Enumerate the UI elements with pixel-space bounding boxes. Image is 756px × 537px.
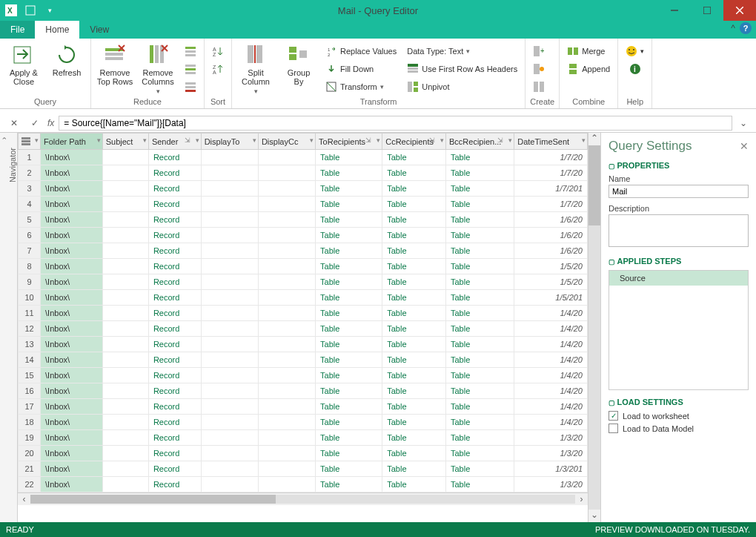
cell-ccrecipients[interactable]: Table <box>382 321 446 337</box>
navigator-pane[interactable]: › Navigator <box>0 133 18 522</box>
cell-displaycc[interactable] <box>258 337 315 352</box>
cell-subject[interactable] <box>102 415 148 430</box>
applied-steps-list[interactable]: Source <box>609 270 749 390</box>
table-row[interactable]: 3\Inbox\RecordTableTableTable1/7/201 <box>19 181 588 197</box>
cell-bccrecipients[interactable]: Table <box>446 352 514 368</box>
remove-top-rows-button[interactable]: RemoveTop Rows <box>96 40 134 86</box>
cell-ccrecipients[interactable]: Table <box>382 352 446 368</box>
cell-folder[interactable]: \Inbox\ <box>41 259 103 274</box>
cell-date[interactable]: 1/3/201 <box>514 461 588 477</box>
cell-subject[interactable] <box>102 399 148 415</box>
data-type-button[interactable]: Data Type: Text <box>404 43 520 59</box>
cell-displayto[interactable] <box>201 337 258 352</box>
cell-torecipients[interactable]: Table <box>316 399 382 415</box>
cell-folder[interactable]: \Inbox\ <box>41 368 103 383</box>
table-row[interactable]: 5\Inbox\RecordTableTableTable1/6/20 <box>19 212 588 228</box>
formula-input[interactable] <box>59 116 732 131</box>
col-ccrecipients[interactable]: CcRecipients⇲▾ <box>382 134 446 150</box>
collapse-ribbon-icon[interactable]: ^ <box>731 23 735 33</box>
cell-ccrecipients[interactable]: Table <box>382 212 446 228</box>
cell-ccrecipients[interactable]: Table <box>382 446 446 461</box>
table-row[interactable]: 12\Inbox\RecordTableTableTable1/4/20 <box>19 321 588 337</box>
scroll-right-icon[interactable]: › <box>575 494 588 504</box>
settings-close-icon[interactable]: ✕ <box>740 140 749 152</box>
table-row[interactable]: 4\Inbox\RecordTableTableTable1/7/20 <box>19 197 588 212</box>
cell-displayto[interactable] <box>201 243 258 259</box>
cell-displayto[interactable] <box>201 306 258 321</box>
cell-displayto[interactable] <box>201 399 258 415</box>
cell-sender[interactable]: Record <box>148 383 201 399</box>
horizontal-scrollbar[interactable]: ‹ › <box>18 492 588 505</box>
cell-sender[interactable]: Record <box>148 243 201 259</box>
minimize-button[interactable] <box>658 0 691 21</box>
qat-save-icon[interactable] <box>22 3 39 18</box>
step-source[interactable]: Source <box>609 271 748 286</box>
name-input[interactable] <box>609 185 749 198</box>
cell-ccrecipients[interactable]: Table <box>382 415 446 430</box>
cell-folder[interactable]: \Inbox\ <box>41 430 103 446</box>
maximize-button[interactable] <box>691 0 723 21</box>
cell-subject[interactable] <box>102 337 148 352</box>
col-datetimesent[interactable]: DateTimeSent▾ <box>514 134 588 150</box>
cell-bccrecipients[interactable]: Table <box>446 165 514 181</box>
row-corner[interactable]: ▾ <box>19 134 41 150</box>
unpivot-button[interactable]: Unpivot <box>404 79 520 95</box>
cell-torecipients[interactable]: Table <box>316 243 382 259</box>
cell-displayto[interactable] <box>201 368 258 383</box>
cell-date[interactable]: 1/4/20 <box>514 306 588 321</box>
sort-desc-button[interactable]: ZA <box>209 61 227 77</box>
cell-folder[interactable]: \Inbox\ <box>41 352 103 368</box>
cell-subject[interactable] <box>102 383 148 399</box>
cell-displayto[interactable] <box>201 383 258 399</box>
cell-bccrecipients[interactable]: Table <box>446 290 514 306</box>
cell-displayto[interactable] <box>201 197 258 212</box>
col-displayto[interactable]: DisplayTo▾ <box>201 134 258 150</box>
reduce-small-1[interactable] <box>182 43 199 59</box>
cell-date[interactable]: 1/4/20 <box>514 415 588 430</box>
cell-subject[interactable] <box>102 165 148 181</box>
cell-ccrecipients[interactable]: Table <box>382 290 446 306</box>
cell-bccrecipients[interactable]: Table <box>446 430 514 446</box>
cell-folder[interactable]: \Inbox\ <box>41 212 103 228</box>
cell-ccrecipients[interactable]: Table <box>382 243 446 259</box>
cell-sender[interactable]: Record <box>148 477 201 492</box>
cell-subject[interactable] <box>102 259 148 274</box>
cell-sender[interactable]: Record <box>148 290 201 306</box>
row-number[interactable]: 16 <box>19 383 41 399</box>
cell-ccrecipients[interactable]: Table <box>382 399 446 415</box>
row-number[interactable]: 13 <box>19 337 41 352</box>
cell-sender[interactable]: Record <box>148 368 201 383</box>
table-row[interactable]: 22\Inbox\RecordTableTableTable1/3/20 <box>19 477 588 492</box>
create-small-3[interactable] <box>530 79 548 95</box>
create-small-2[interactable] <box>530 61 548 77</box>
sort-asc-button[interactable]: AZ <box>209 43 227 59</box>
cell-torecipients[interactable]: Table <box>316 321 382 337</box>
cell-date[interactable]: 1/6/20 <box>514 228 588 243</box>
cell-folder[interactable]: \Inbox\ <box>41 337 103 352</box>
cell-subject[interactable] <box>102 477 148 492</box>
cell-bccrecipients[interactable]: Table <box>446 415 514 430</box>
cell-folder[interactable]: \Inbox\ <box>41 228 103 243</box>
col-torecipients[interactable]: ToRecipients⇲▾ <box>316 134 382 150</box>
formula-accept-icon[interactable]: ✓ <box>27 116 43 131</box>
cell-displayto[interactable] <box>201 290 258 306</box>
cell-date[interactable]: 1/7/20 <box>514 150 588 165</box>
table-row[interactable]: 13\Inbox\RecordTableTableTable1/4/20 <box>19 337 588 352</box>
row-number[interactable]: 11 <box>19 306 41 321</box>
cell-date[interactable]: 1/6/20 <box>514 212 588 228</box>
cell-torecipients[interactable]: Table <box>316 197 382 212</box>
reduce-small-2[interactable] <box>182 61 199 77</box>
tab-view[interactable]: View <box>79 21 119 39</box>
cell-torecipients[interactable]: Table <box>316 383 382 399</box>
cell-sender[interactable]: Record <box>148 150 201 165</box>
cell-torecipients[interactable]: Table <box>316 212 382 228</box>
fill-down-button[interactable]: Fill Down <box>322 61 399 77</box>
cell-displaycc[interactable] <box>258 243 315 259</box>
cell-subject[interactable] <box>102 243 148 259</box>
cell-ccrecipients[interactable]: Table <box>382 181 446 197</box>
cell-sender[interactable]: Record <box>148 197 201 212</box>
cell-ccrecipients[interactable]: Table <box>382 477 446 492</box>
cell-sender[interactable]: Record <box>148 399 201 415</box>
cell-bccrecipients[interactable]: Table <box>446 259 514 274</box>
cell-subject[interactable] <box>102 181 148 197</box>
